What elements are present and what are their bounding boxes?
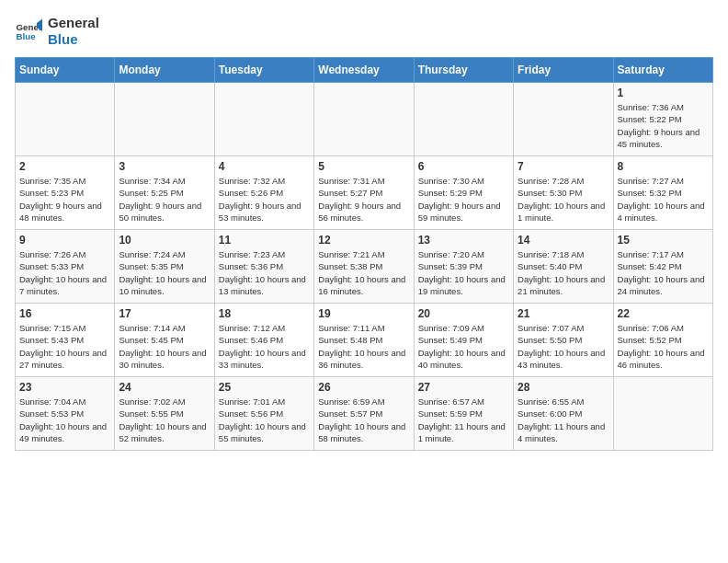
week-row-3: 9Sunrise: 7:26 AM Sunset: 5:33 PM Daylig… — [16, 230, 713, 304]
day-number: 28 — [518, 381, 609, 394]
day-info: Sunrise: 7:34 AM Sunset: 5:25 PM Dayligh… — [119, 175, 210, 224]
day-number: 11 — [219, 234, 310, 247]
day-number: 10 — [119, 234, 210, 247]
logo: General Blue General Blue — [15, 15, 99, 48]
day-info: Sunrise: 7:20 AM Sunset: 5:39 PM Dayligh… — [418, 248, 509, 297]
svg-text:Blue: Blue — [17, 31, 37, 41]
weekday-header-tuesday: Tuesday — [214, 58, 313, 83]
day-info: Sunrise: 7:18 AM Sunset: 5:40 PM Dayligh… — [518, 248, 609, 297]
calendar-cell — [613, 377, 712, 451]
calendar-cell: 22Sunrise: 7:06 AM Sunset: 5:52 PM Dayli… — [613, 304, 712, 377]
day-number: 27 — [418, 381, 509, 394]
day-info: Sunrise: 7:21 AM Sunset: 5:38 PM Dayligh… — [318, 248, 409, 297]
calendar-cell: 20Sunrise: 7:09 AM Sunset: 5:49 PM Dayli… — [414, 304, 513, 377]
calendar-cell — [16, 83, 115, 156]
calendar-cell: 16Sunrise: 7:15 AM Sunset: 5:43 PM Dayli… — [16, 304, 115, 377]
calendar-cell: 13Sunrise: 7:20 AM Sunset: 5:39 PM Dayli… — [414, 230, 513, 304]
weekday-header-row: SundayMondayTuesdayWednesdayThursdayFrid… — [16, 58, 713, 83]
day-info: Sunrise: 7:31 AM Sunset: 5:27 PM Dayligh… — [318, 175, 409, 224]
calendar-cell: 24Sunrise: 7:02 AM Sunset: 5:55 PM Dayli… — [115, 377, 214, 451]
weekday-header-friday: Friday — [514, 58, 613, 83]
week-row-4: 16Sunrise: 7:15 AM Sunset: 5:43 PM Dayli… — [16, 304, 713, 377]
calendar-table: SundayMondayTuesdayWednesdayThursdayFrid… — [15, 57, 713, 451]
calendar-cell — [314, 83, 414, 156]
day-number: 3 — [119, 160, 210, 173]
calendar-cell: 21Sunrise: 7:07 AM Sunset: 5:50 PM Dayli… — [514, 304, 613, 377]
calendar-cell: 17Sunrise: 7:14 AM Sunset: 5:45 PM Dayli… — [115, 304, 214, 377]
day-info: Sunrise: 7:14 AM Sunset: 5:45 PM Dayligh… — [119, 322, 210, 371]
calendar-cell — [214, 83, 313, 156]
calendar-cell: 9Sunrise: 7:26 AM Sunset: 5:33 PM Daylig… — [16, 230, 115, 304]
day-number: 23 — [19, 381, 110, 394]
calendar-cell: 19Sunrise: 7:11 AM Sunset: 5:48 PM Dayli… — [314, 304, 414, 377]
day-info: Sunrise: 7:11 AM Sunset: 5:48 PM Dayligh… — [318, 322, 409, 371]
day-number: 21 — [518, 307, 609, 320]
day-info: Sunrise: 7:27 AM Sunset: 5:32 PM Dayligh… — [618, 175, 709, 224]
calendar-cell: 26Sunrise: 6:59 AM Sunset: 5:57 PM Dayli… — [314, 377, 414, 451]
day-info: Sunrise: 7:07 AM Sunset: 5:50 PM Dayligh… — [518, 322, 609, 371]
calendar-cell: 15Sunrise: 7:17 AM Sunset: 5:42 PM Dayli… — [613, 230, 712, 304]
day-number: 8 — [618, 160, 709, 173]
day-number: 9 — [19, 234, 110, 247]
day-number: 15 — [618, 234, 709, 247]
calendar-cell: 12Sunrise: 7:21 AM Sunset: 5:38 PM Dayli… — [314, 230, 414, 304]
day-info: Sunrise: 7:12 AM Sunset: 5:46 PM Dayligh… — [219, 322, 310, 371]
day-info: Sunrise: 7:35 AM Sunset: 5:23 PM Dayligh… — [19, 175, 110, 224]
calendar-cell: 27Sunrise: 6:57 AM Sunset: 5:59 PM Dayli… — [414, 377, 513, 451]
weekday-header-thursday: Thursday — [414, 58, 513, 83]
day-number: 18 — [219, 307, 310, 320]
calendar-cell: 2Sunrise: 7:35 AM Sunset: 5:23 PM Daylig… — [16, 156, 115, 230]
day-info: Sunrise: 7:09 AM Sunset: 5:49 PM Dayligh… — [418, 322, 509, 371]
day-number: 22 — [618, 307, 709, 320]
day-number: 19 — [318, 307, 409, 320]
weekday-header-sunday: Sunday — [16, 58, 115, 83]
calendar-cell: 5Sunrise: 7:31 AM Sunset: 5:27 PM Daylig… — [314, 156, 414, 230]
weekday-header-saturday: Saturday — [613, 58, 712, 83]
week-row-2: 2Sunrise: 7:35 AM Sunset: 5:23 PM Daylig… — [16, 156, 713, 230]
calendar-cell — [514, 83, 613, 156]
day-number: 1 — [618, 86, 709, 99]
day-info: Sunrise: 7:28 AM Sunset: 5:30 PM Dayligh… — [518, 175, 609, 224]
day-info: Sunrise: 6:57 AM Sunset: 5:59 PM Dayligh… — [418, 396, 509, 444]
day-info: Sunrise: 7:15 AM Sunset: 5:43 PM Dayligh… — [19, 322, 110, 371]
weekday-header-monday: Monday — [115, 58, 214, 83]
calendar-cell — [115, 83, 214, 156]
day-info: Sunrise: 6:55 AM Sunset: 6:00 PM Dayligh… — [518, 396, 609, 444]
day-info: Sunrise: 7:06 AM Sunset: 5:52 PM Dayligh… — [618, 322, 709, 371]
day-number: 2 — [19, 160, 110, 173]
day-number: 17 — [119, 307, 210, 320]
calendar-cell: 6Sunrise: 7:30 AM Sunset: 5:29 PM Daylig… — [414, 156, 513, 230]
day-info: Sunrise: 7:01 AM Sunset: 5:56 PM Dayligh… — [219, 396, 310, 444]
day-number: 7 — [518, 160, 609, 173]
day-info: Sunrise: 7:04 AM Sunset: 5:53 PM Dayligh… — [19, 396, 110, 444]
day-number: 12 — [318, 234, 409, 247]
day-info: Sunrise: 6:59 AM Sunset: 5:57 PM Dayligh… — [318, 396, 409, 444]
day-info: Sunrise: 7:26 AM Sunset: 5:33 PM Dayligh… — [19, 248, 110, 297]
day-info: Sunrise: 7:30 AM Sunset: 5:29 PM Dayligh… — [418, 175, 509, 224]
calendar-cell: 1Sunrise: 7:36 AM Sunset: 5:22 PM Daylig… — [613, 83, 712, 156]
day-number: 25 — [219, 381, 310, 394]
day-info: Sunrise: 7:23 AM Sunset: 5:36 PM Dayligh… — [219, 248, 310, 297]
day-info: Sunrise: 7:24 AM Sunset: 5:35 PM Dayligh… — [119, 248, 210, 297]
day-number: 13 — [418, 234, 509, 247]
logo-icon: General Blue — [15, 17, 42, 45]
calendar-cell: 7Sunrise: 7:28 AM Sunset: 5:30 PM Daylig… — [514, 156, 613, 230]
day-number: 20 — [418, 307, 509, 320]
calendar-cell: 14Sunrise: 7:18 AM Sunset: 5:40 PM Dayli… — [514, 230, 613, 304]
logo-text: General Blue — [48, 15, 99, 48]
day-number: 16 — [19, 307, 110, 320]
calendar-cell: 23Sunrise: 7:04 AM Sunset: 5:53 PM Dayli… — [16, 377, 115, 451]
calendar-cell: 3Sunrise: 7:34 AM Sunset: 5:25 PM Daylig… — [115, 156, 214, 230]
day-number: 26 — [318, 381, 409, 394]
day-number: 24 — [119, 381, 210, 394]
day-info: Sunrise: 7:02 AM Sunset: 5:55 PM Dayligh… — [119, 396, 210, 444]
calendar-cell: 11Sunrise: 7:23 AM Sunset: 5:36 PM Dayli… — [214, 230, 313, 304]
week-row-1: 1Sunrise: 7:36 AM Sunset: 5:22 PM Daylig… — [16, 83, 713, 156]
day-info: Sunrise: 7:32 AM Sunset: 5:26 PM Dayligh… — [219, 175, 310, 224]
calendar-cell: 18Sunrise: 7:12 AM Sunset: 5:46 PM Dayli… — [214, 304, 313, 377]
day-number: 4 — [219, 160, 310, 173]
week-row-5: 23Sunrise: 7:04 AM Sunset: 5:53 PM Dayli… — [16, 377, 713, 451]
day-number: 5 — [318, 160, 409, 173]
calendar-cell: 10Sunrise: 7:24 AM Sunset: 5:35 PM Dayli… — [115, 230, 214, 304]
day-info: Sunrise: 7:36 AM Sunset: 5:22 PM Dayligh… — [618, 101, 709, 150]
